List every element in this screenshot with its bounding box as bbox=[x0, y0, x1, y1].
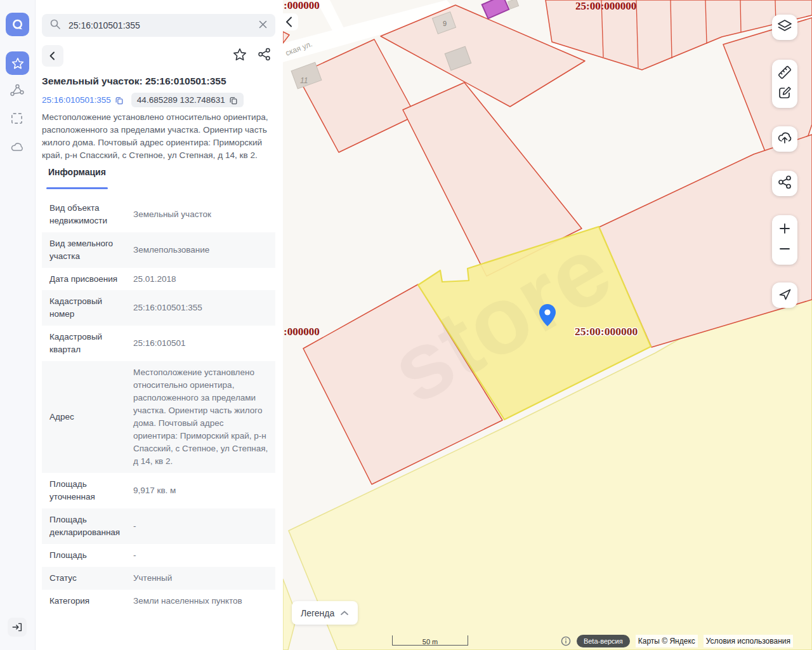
row-label: Площадь декларированная bbox=[49, 514, 133, 539]
sidebar-item-cloud[interactable] bbox=[10, 140, 25, 155]
cloud-upload-icon bbox=[776, 129, 793, 149]
table-row: АдресМестоположение установлено относите… bbox=[42, 361, 275, 473]
table-row: Площадь уточненная9,917 кв. м bbox=[42, 473, 275, 508]
logout-button[interactable] bbox=[8, 618, 27, 637]
scale-label: 50 m bbox=[422, 638, 438, 646]
logout-icon bbox=[11, 621, 23, 633]
row-label: Кадастровый номер bbox=[49, 295, 133, 321]
coordinates-chip[interactable]: 44.685289 132.748631 bbox=[131, 93, 244, 107]
row-label: Адрес bbox=[49, 411, 133, 423]
quarter-label-mid-left: :000000 bbox=[284, 326, 320, 338]
table-row: СтатусУчтенный bbox=[42, 567, 275, 590]
row-value: 9,917 кв. м bbox=[133, 484, 269, 497]
row-label: Площадь уточненная bbox=[49, 478, 133, 503]
quarter-label-top-left: :000000 bbox=[284, 0, 320, 11]
navigation-arrow-icon bbox=[777, 286, 793, 305]
page-title: Земельный участок: 25:16:010501:355 bbox=[42, 76, 277, 87]
share-card-icon[interactable] bbox=[257, 47, 272, 65]
map-back-button[interactable] bbox=[283, 13, 298, 30]
cloud-icon bbox=[10, 140, 25, 155]
row-label: Вид земельного участка bbox=[49, 237, 133, 263]
dashed-selection-icon bbox=[10, 111, 24, 126]
chips-row: 25:16:010501:355 44.685289 132.748631 bbox=[42, 93, 244, 107]
row-value: 25:16:010501 bbox=[133, 337, 269, 350]
attributes-table: Вид объекта недвижимостиЗемельный участо… bbox=[42, 197, 275, 613]
quarter-label-top-right: 25:00:000000 bbox=[575, 0, 636, 12]
coordinates-text: 44.685289 132.748631 bbox=[137, 95, 225, 105]
tabs: Информация bbox=[42, 166, 275, 185]
info-icon[interactable] bbox=[561, 636, 571, 646]
zoom-out-button[interactable] bbox=[777, 241, 792, 259]
row-value: - bbox=[133, 520, 269, 533]
row-value: Учтенный bbox=[133, 572, 269, 585]
favorite-star-icon[interactable] bbox=[232, 47, 247, 65]
logo-icon bbox=[10, 17, 25, 32]
search-icon bbox=[49, 18, 61, 32]
copy-icon[interactable] bbox=[115, 96, 124, 105]
scroll-clip-overlay bbox=[35, 607, 283, 650]
share-icon bbox=[777, 175, 792, 192]
back-button[interactable] bbox=[42, 45, 63, 67]
sidebar-item-geometry[interactable] bbox=[10, 83, 25, 98]
table-row: Кадастровый квартал25:16:010501 bbox=[42, 326, 275, 361]
ruler-icon[interactable] bbox=[776, 64, 793, 83]
yandex-copyright[interactable]: Карты © Яндекс bbox=[636, 635, 698, 647]
table-row: Кадастровый номер25:16:010501:355 bbox=[42, 290, 275, 326]
table-row: Вид объекта недвижимостиЗемельный участо… bbox=[42, 197, 275, 232]
quarter-label-mid-right: 25:00:000000 bbox=[575, 325, 638, 338]
row-value: 25.01.2018 bbox=[133, 273, 269, 286]
row-value: Землепользование bbox=[133, 244, 269, 256]
legend-label: Легенда bbox=[301, 608, 334, 618]
table-row: Вид земельного участкаЗемлепользование bbox=[42, 232, 275, 268]
app-logo[interactable] bbox=[6, 13, 29, 36]
chevron-up-icon bbox=[340, 608, 349, 618]
table-row: Площадь декларированная- bbox=[42, 508, 275, 544]
building-11-label: 11 bbox=[300, 76, 308, 85]
row-value: - bbox=[133, 549, 269, 562]
polygon-nodes-icon bbox=[10, 83, 25, 98]
cadastral-number-text[interactable]: 25:16:010501:355 bbox=[42, 95, 111, 105]
row-label: Дата присвоения bbox=[49, 273, 133, 286]
sidebar-item-select-area[interactable] bbox=[10, 111, 24, 126]
map-attribution: Beta-версия Карты © Яндекс Условия испол… bbox=[561, 635, 793, 647]
zoom-controls[interactable] bbox=[772, 215, 797, 265]
location-description: Местоположение установлено относительно … bbox=[42, 111, 276, 162]
edit-icon[interactable] bbox=[776, 84, 793, 103]
tab-information[interactable]: Информация bbox=[48, 167, 106, 185]
row-label: Площадь bbox=[49, 549, 133, 562]
layers-icon bbox=[776, 18, 793, 37]
row-value: Местоположение установлено относительно … bbox=[133, 366, 269, 468]
copy-icon[interactable] bbox=[229, 96, 238, 105]
terms-of-use-link[interactable]: Условия использования bbox=[704, 635, 793, 647]
map-canvas[interactable]: store 9 11 ская ул. :000000 25:00:000000… bbox=[283, 0, 812, 650]
search-input[interactable] bbox=[67, 20, 252, 31]
card-toolbar bbox=[42, 44, 275, 67]
zoom-in-button[interactable] bbox=[777, 221, 792, 239]
search-bar[interactable] bbox=[42, 14, 275, 37]
legend-button[interactable]: Легенда bbox=[292, 601, 358, 625]
beta-badge: Beta-версия bbox=[577, 635, 630, 647]
table-row: Дата присвоения25.01.2018 bbox=[42, 268, 275, 290]
sidebar-item-favorites[interactable] bbox=[6, 51, 29, 75]
cadastral-number-chip[interactable]: 25:16:010501:355 bbox=[42, 95, 124, 105]
clear-search-icon[interactable] bbox=[258, 20, 268, 32]
star-icon bbox=[11, 56, 25, 70]
row-value: Земли населенных пунктов bbox=[133, 595, 269, 607]
locate-button[interactable] bbox=[772, 282, 797, 308]
measure-edit-group[interactable] bbox=[772, 60, 797, 108]
row-value: 25:16:010501:355 bbox=[133, 302, 269, 314]
map-share-button[interactable] bbox=[772, 171, 797, 196]
map-scale-bar: 50 m bbox=[392, 635, 468, 646]
row-label: Вид объекта недвижимости bbox=[49, 202, 133, 227]
row-label: Категория bbox=[49, 595, 133, 607]
table-row: Площадь- bbox=[42, 544, 275, 567]
building-9-label: 9 bbox=[443, 20, 447, 27]
details-panel: Земельный участок: 25:16:010501:355 25:1… bbox=[35, 0, 283, 650]
row-value: Земельный участок bbox=[133, 208, 269, 221]
upload-button[interactable] bbox=[772, 126, 797, 152]
layers-button[interactable] bbox=[772, 15, 797, 40]
app-rail bbox=[0, 0, 36, 650]
tab-underline bbox=[46, 187, 108, 189]
row-label: Статус bbox=[49, 572, 133, 585]
row-label: Кадастровый квартал bbox=[49, 331, 133, 356]
